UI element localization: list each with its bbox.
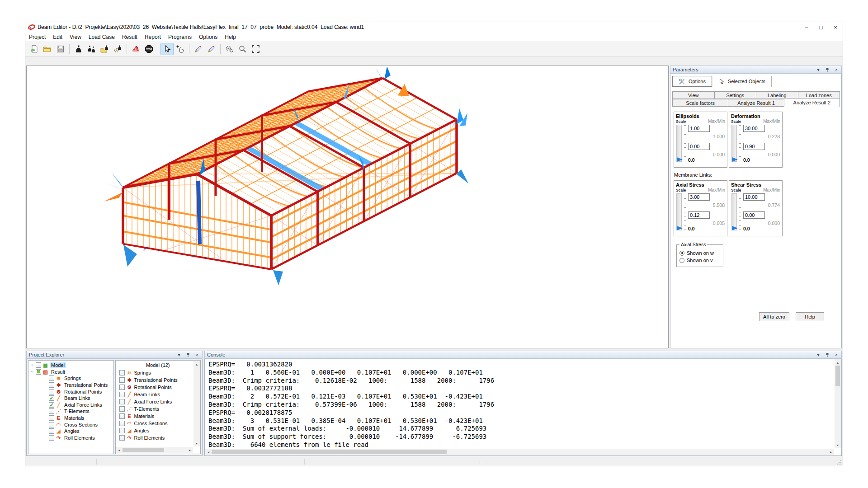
menu-help[interactable]: Help — [221, 33, 240, 41]
list-item-rotational-points[interactable]: ⚙Rotational Points — [119, 384, 201, 391]
lower-scale-input[interactable]: 0.90 — [743, 143, 765, 150]
visibility-checkbox[interactable] — [36, 362, 41, 368]
tab-options[interactable]: Options — [672, 76, 712, 87]
radio-button-icon[interactable] — [679, 251, 684, 256]
list-item-beam-links[interactable]: ╱Beam Links — [119, 391, 201, 398]
menu-edit[interactable]: Edit — [49, 33, 66, 41]
import-loads-button[interactable] — [98, 43, 111, 55]
visibility-checkbox[interactable] — [119, 370, 125, 375]
chevron-down-icon[interactable]: ▾ — [176, 352, 182, 357]
menu-programs[interactable]: Programs — [165, 33, 195, 41]
scale-slider[interactable] — [731, 193, 737, 230]
tree-item-rotational-points[interactable]: ⚙Rotational Points — [30, 388, 113, 395]
stop-calculation-button[interactable]: STOP — [142, 43, 156, 55]
chevron-down-icon[interactable]: ▾ — [816, 352, 821, 357]
visibility-checkbox[interactable] — [119, 385, 125, 390]
console-hscrollbar[interactable]: ◂ ▸ — [205, 449, 834, 455]
tree-item-springs[interactable]: ≋Springs — [30, 375, 113, 382]
minimize-button[interactable]: – — [799, 22, 814, 32]
visibility-checkbox[interactable]: ✓ — [49, 402, 54, 408]
visibility-checkbox[interactable] — [49, 382, 54, 388]
tree-item-t-elements[interactable]: ⋰T-Elements — [30, 408, 113, 415]
menu-result[interactable]: Result — [118, 33, 141, 41]
slider-thumb-icon[interactable] — [677, 226, 683, 230]
scroll-left-icon[interactable]: ◂ — [116, 447, 123, 453]
scroll-down-icon[interactable]: ▾ — [193, 440, 200, 446]
visibility-checkbox[interactable] — [49, 422, 54, 427]
tree-item-axial-force-links[interactable]: ✓╱Axial Force Links — [30, 402, 113, 408]
close-icon[interactable]: × — [194, 352, 200, 357]
scale-slider[interactable] — [676, 193, 682, 230]
close-icon[interactable]: × — [834, 352, 839, 357]
pin-icon[interactable] — [825, 352, 830, 357]
list-item-translational-points[interactable]: ✱Translational Points — [119, 376, 201, 384]
scroll-up-icon[interactable]: ▴ — [835, 359, 841, 366]
scroll-right-icon[interactable]: ▸ — [187, 447, 193, 453]
list-item-axial-force-links[interactable]: ╱Axial Force Links — [119, 398, 201, 405]
list-item-angles[interactable]: ◢Angles — [119, 427, 201, 434]
slider-thumb-icon[interactable] — [732, 226, 738, 230]
visibility-checkbox[interactable] — [49, 389, 54, 394]
radio-button-icon[interactable] — [679, 258, 684, 263]
scroll-left-icon[interactable]: ◂ — [205, 449, 212, 455]
slider-thumb-icon[interactable] — [677, 157, 683, 162]
resize-grip[interactable] — [836, 460, 842, 465]
tab-selected-objects[interactable]: Selected Objects — [712, 76, 772, 87]
draw-link-button[interactable] — [205, 43, 218, 55]
help-button[interactable]: Help — [796, 312, 824, 321]
lower-scale-input[interactable]: 0.00 — [743, 211, 765, 219]
chevron-down-icon[interactable]: ▾ — [816, 67, 821, 72]
visibility-checkbox[interactable] — [119, 428, 125, 433]
visibility-checkbox[interactable] — [49, 375, 54, 381]
viewport-3d[interactable]: z — [26, 66, 669, 348]
lower-scale-input[interactable]: 0.12 — [688, 211, 710, 219]
visibility-checkbox[interactable] — [119, 413, 125, 419]
scroll-right-icon[interactable]: ▸ — [828, 449, 834, 455]
visibility-checkbox[interactable]: ✓ — [49, 395, 54, 401]
visibility-checkbox[interactable] — [49, 435, 54, 441]
list-item-cross-sections[interactable]: ◠Cross Sections — [119, 420, 201, 427]
visibility-checkbox[interactable] — [49, 408, 54, 414]
tab-scale-factors[interactable]: Scale factors — [672, 99, 728, 107]
hscroll-thumb[interactable] — [123, 448, 164, 452]
save-project-button[interactable] — [54, 43, 67, 55]
open-project-button[interactable] — [41, 43, 54, 55]
calculation-settings-button[interactable] — [111, 43, 124, 55]
load-case-button[interactable] — [72, 43, 85, 55]
tree-item-translational-points[interactable]: ✱Translational Points — [30, 382, 113, 389]
visibility-checkbox[interactable] — [49, 428, 54, 434]
visibility-checkbox[interactable] — [119, 399, 125, 404]
slider-thumb-icon[interactable] — [732, 157, 738, 162]
scroll-down-icon[interactable]: ▾ — [835, 442, 841, 448]
list-item-roll-elements[interactable]: ↷Roll Elements — [119, 434, 201, 441]
add-load-cases-button[interactable] — [85, 43, 98, 55]
new-project-button[interactable] — [28, 43, 41, 55]
tree-item-angles[interactable]: ◢Angles — [30, 428, 113, 435]
tree-item-result[interactable]: ›▨Result — [30, 369, 113, 375]
console-vscrollbar[interactable]: ▴ ▾ — [835, 359, 841, 448]
tab-analyze-result-1[interactable]: Analyze Result 1 — [728, 99, 784, 107]
expand-icon[interactable]: › — [30, 363, 34, 367]
menu-report[interactable]: Report — [141, 33, 165, 41]
vscroll-thumb[interactable] — [835, 366, 840, 386]
select-tool-button[interactable] — [160, 43, 174, 55]
list-item-springs[interactable]: ≋Springs — [119, 369, 201, 376]
upper-scale-input[interactable]: 30.00 — [743, 125, 765, 132]
list-item-t-elements[interactable]: ⋰T-Elements — [119, 405, 201, 413]
show-results-button[interactable] — [129, 43, 142, 55]
scale-slider[interactable] — [731, 125, 737, 162]
model-list-vscrollbar[interactable]: ▴ ▾ — [193, 361, 200, 446]
tab-settings[interactable]: Settings — [714, 91, 757, 99]
radio-shown-on-v[interactable]: Shown on v — [679, 258, 720, 263]
visibility-checkbox[interactable] — [119, 421, 125, 426]
tree-item-model[interactable]: ›▦Model — [30, 362, 113, 369]
upper-scale-input[interactable]: 1.00 — [688, 125, 710, 132]
transform-tool-button[interactable] — [223, 43, 236, 55]
visibility-checkbox[interactable] — [36, 369, 41, 375]
visibility-checkbox[interactable] — [119, 392, 125, 397]
hscroll-thumb[interactable] — [212, 450, 447, 454]
collapse-icon[interactable]: › — [30, 370, 34, 374]
pin-icon[interactable] — [825, 67, 830, 72]
menu-options[interactable]: Options — [195, 33, 221, 41]
menu-view[interactable]: View — [66, 33, 85, 41]
